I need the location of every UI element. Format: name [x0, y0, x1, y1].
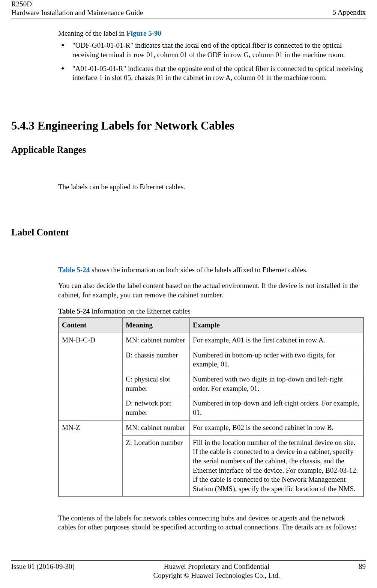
body-content: Meaning of the label in Figure 5-90 "ODF…	[11, 29, 366, 109]
cell-meaning: D: network port number	[123, 396, 190, 420]
ethernet-labels-table: Content Meaning Example MN-B-C-D MN: cab…	[58, 317, 364, 497]
table-caption: Table 5-24 Information on the Ethernet c…	[58, 307, 364, 316]
page-header: R250D Hardware Installation and Maintena…	[11, 0, 366, 18]
cell-example: For example, A01 is the first cabinet in…	[190, 333, 363, 348]
section-heading: 5.4.3 Engineering Labels for Network Cab…	[11, 118, 366, 133]
list-item: "A01-01-05-01-R" indicates that the oppo…	[58, 64, 364, 83]
para1-post: shows the information on both sides of t…	[90, 266, 308, 274]
cell-meaning: C: physical slot number	[123, 372, 190, 396]
cell-example: For example, B02 is the second cabinet i…	[190, 420, 363, 435]
caption-label: Table 5-24	[58, 307, 90, 315]
cell-content: MN-Z	[59, 420, 123, 496]
table-row: MN-B-C-D MN: cabinet number For example,…	[59, 333, 363, 348]
para2: You can also decide the label content ba…	[58, 281, 364, 300]
cell-example: Numbered in bottom-up order with two dig…	[190, 348, 363, 372]
col-example: Example	[190, 318, 363, 333]
product-name: R250D	[11, 0, 143, 9]
footer-center: Huawei Proprietary and Confidential Copy…	[75, 562, 359, 580]
col-meaning: Meaning	[123, 318, 190, 333]
cell-example: Fill in the location number of the termi…	[190, 435, 363, 497]
header-left: R250D Hardware Installation and Maintena…	[11, 0, 143, 17]
cell-meaning: MN: cabinet number	[123, 333, 190, 348]
cell-example: Numbered with two digits in top-down and…	[190, 372, 363, 396]
col-content: Content	[59, 318, 123, 333]
cell-meaning: Z: Location number	[123, 435, 190, 497]
caption-desc: Information on the Ethernet cables	[90, 307, 191, 315]
section-heading-block: 5.4.3 Engineering Labels for Network Cab…	[11, 109, 366, 182]
table-row: MN-Z MN: cabinet number For example, B02…	[59, 420, 363, 435]
bullet-list: "ODF-G01-01-01-R" indicates that the loc…	[58, 41, 364, 83]
list-item: "ODF-G01-01-01-R" indicates that the loc…	[58, 41, 364, 59]
after-table-para: The contents of the labels for network c…	[58, 514, 364, 532]
footer-page: 89	[359, 562, 366, 571]
table-link[interactable]: Table 5-24	[58, 266, 90, 274]
cell-example: Numbered in top-down and left-right orde…	[190, 396, 363, 420]
table-header-row: Content Meaning Example	[59, 318, 363, 333]
footer-line2: Copyright © Huawei Technologies Co., Ltd…	[75, 571, 359, 580]
cell-meaning: MN: cabinet number	[123, 420, 190, 435]
cell-content: MN-B-C-D	[59, 333, 123, 421]
page-footer: Issue 01 (2016-09-30) Huawei Proprietary…	[11, 560, 366, 588]
meaning-label-prefix: Meaning of the label in	[58, 29, 126, 37]
guide-title: Hardware Installation and Maintenance Gu…	[11, 9, 143, 17]
labelcontent-heading-block: Label Content	[11, 220, 366, 265]
labelcontent-body: Table 5-24 shows the information on both…	[11, 265, 366, 560]
cell-meaning: B: chassis number	[123, 348, 190, 372]
applicable-text: The labels can be applied to Ethernet ca…	[58, 182, 364, 192]
subsection-heading: Applicable Ranges	[11, 144, 366, 156]
chapter-label: 5 Appendix	[333, 8, 366, 17]
figure-link[interactable]: Figure 5-90	[126, 29, 161, 37]
applicable-content: The labels can be applied to Ethernet ca…	[11, 182, 366, 220]
subsection-heading: Label Content	[11, 226, 366, 239]
footer-issue: Issue 01 (2016-09-30)	[11, 562, 75, 571]
footer-line1: Huawei Proprietary and Confidential	[75, 562, 359, 571]
